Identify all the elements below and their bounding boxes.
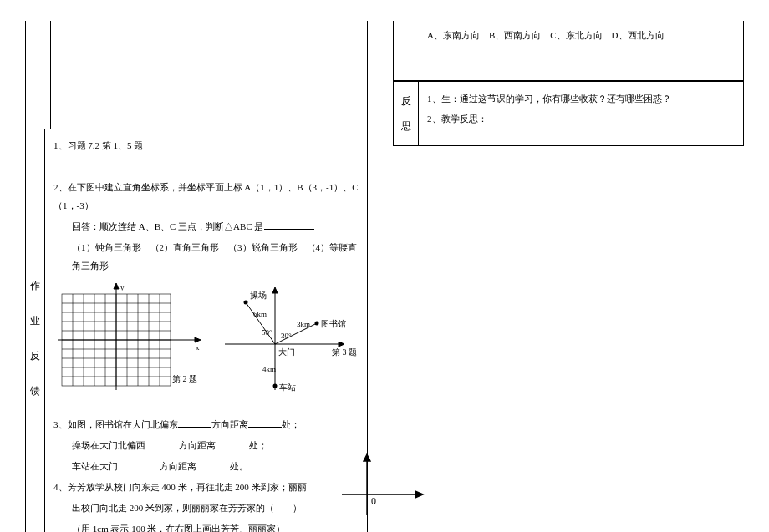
q1-text: 1、习题 7.2 第 1、5 题 xyxy=(53,136,359,155)
blank xyxy=(264,220,314,230)
q3c2: 方向距离 xyxy=(160,461,196,471)
right-top-panel: A、东南方向 B、西南方向 C、东北方向 D、西北方向 xyxy=(393,21,744,81)
q3b2: 方向距离 xyxy=(179,440,216,450)
reflect-q2: 2、教学反思： xyxy=(427,109,735,129)
svg-line-27 xyxy=(246,302,275,344)
d6-label: 6km xyxy=(253,310,267,318)
q3b-line: 操场在大门北偏西方向距离处； xyxy=(53,436,359,454)
q3c-text: 车站在大门 xyxy=(72,461,118,471)
blank xyxy=(216,438,249,448)
svg-marker-24 xyxy=(272,287,278,293)
coord-svg: 0 xyxy=(338,453,425,524)
homework-side-label: 作 业 反 馈 xyxy=(26,129,45,532)
q3a-text: 3、如图，图书馆在大门北偏东 xyxy=(53,419,178,429)
svg-point-29 xyxy=(244,301,248,305)
gate-label: 大门 xyxy=(278,347,295,357)
diagrams-row: y x 第 2 题 xyxy=(58,281,359,407)
q2a-text: 2、在下图中建立直角坐标系，并坐标平面上标 A（1，1）、B（3，-1）、C（1… xyxy=(53,178,359,215)
q2opts-text: （1）钝角三角形 （2）直角三角形 （3）锐角三角形 （4）等腰直角三角形 xyxy=(53,238,359,275)
blank xyxy=(248,418,282,428)
q3b3: 处； xyxy=(249,440,267,450)
top-side-col xyxy=(26,21,51,129)
zero-label: 0 xyxy=(371,495,376,507)
playground-label: 操场 xyxy=(250,291,267,300)
q3c3: 处。 xyxy=(230,461,248,471)
grid-diagram: y x 第 2 题 xyxy=(58,281,204,403)
svg-marker-33 xyxy=(364,454,370,461)
library-label: 图书馆 xyxy=(321,319,346,328)
d3-label: 3km xyxy=(297,320,310,328)
station-label: 车站 xyxy=(279,383,296,392)
side-char: 业 xyxy=(30,314,40,328)
side-char: 反 xyxy=(401,94,411,109)
svg-marker-20 xyxy=(114,283,119,289)
left-panel-bottom: 作 业 反 馈 1、习题 7.2 第 1、5 题 2、在下图中建立直角坐标系，并… xyxy=(26,129,367,532)
right-bottom-panel: 反 思 1、生：通过这节课的学习，你有哪些收获？还有哪些困惑？ 2、教学反思： xyxy=(393,81,744,146)
q2b-text: 回答：顺次连结 A、B、C 三点，判断△ABC 是 xyxy=(72,221,264,231)
side-char: 思 xyxy=(401,119,411,134)
a50-label: 50° xyxy=(262,328,272,337)
y-label: y xyxy=(120,283,125,291)
side-char: 作 xyxy=(30,279,40,293)
left-panel-top-blank xyxy=(26,21,367,129)
x-label: x xyxy=(196,343,200,352)
svg-point-30 xyxy=(315,322,319,326)
blank xyxy=(118,459,160,469)
left-panel: 作 业 反 馈 1、习题 7.2 第 1、5 题 2、在下图中建立直角坐标系，并… xyxy=(25,21,368,532)
q3a2: 方向距离 xyxy=(211,419,248,429)
blank xyxy=(196,459,230,469)
coord-diagram: 0 xyxy=(338,453,425,524)
options-text: A、东南方向 B、西南方向 C、东北方向 D、西北方向 xyxy=(427,28,735,44)
direction-diagram: 操场 图书馆 大门 车站 6km 3km 4km 50° 30° 第 3 题 xyxy=(216,281,359,407)
a30-label: 30° xyxy=(281,332,292,340)
svg-marker-35 xyxy=(415,491,423,498)
q4c-text: （用 1cm 表示 100 米，在右图上画出芳芳、丽丽家） xyxy=(53,519,359,532)
grid-caption: 第 2 题 xyxy=(172,371,197,388)
q3c-line: 车站在大门方向距离处。 xyxy=(53,457,359,475)
blank xyxy=(145,438,179,448)
blank xyxy=(178,418,211,428)
q4a-text: 4、芳芳放学从校门向东走 400 米，再往北走 200 米到家；丽丽 xyxy=(53,478,359,496)
q3b-text: 操场在大门北偏西 xyxy=(72,440,145,450)
svg-point-31 xyxy=(273,384,278,388)
svg-marker-22 xyxy=(195,337,201,342)
side-char: 反 xyxy=(30,349,40,363)
side-char: 馈 xyxy=(30,384,40,398)
q4b-text: 出校门向北走 200 米到家，则丽丽家在芳芳家的（ ） xyxy=(53,499,359,517)
q3a-line: 3、如图，图书馆在大门北偏东方向距离处； xyxy=(53,415,359,433)
reflect-side-label: 反 思 xyxy=(394,82,419,145)
reflect-content: 1、生：通过这节课的学习，你有哪些收获？还有哪些困惑？ 2、教学反思： xyxy=(419,82,743,145)
q3a3: 处； xyxy=(282,419,300,429)
homework-content: 1、习题 7.2 第 1、5 题 2、在下图中建立直角坐标系，并坐标平面上标 A… xyxy=(45,129,367,532)
q2b-line: 回答：顺次连结 A、B、C 三点，判断△ABC 是 xyxy=(53,217,359,236)
reflect-q1: 1、生：通过这节课的学习，你有哪些收获？还有哪些困惑？ xyxy=(427,89,735,109)
d4-label: 4km xyxy=(262,365,276,373)
dir-caption: 第 3 题 xyxy=(332,344,357,361)
